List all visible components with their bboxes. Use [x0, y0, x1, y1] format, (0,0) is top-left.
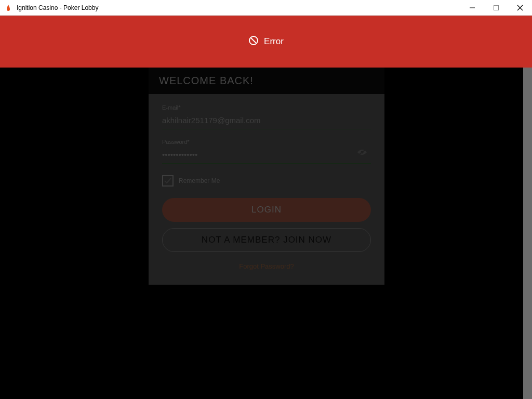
window-title: Ignition Casino - Poker Lobby: [17, 4, 98, 11]
error-banner: Error: [0, 16, 532, 68]
window-titlebar: Ignition Casino - Poker Lobby: [0, 0, 532, 16]
app-icon: [4, 4, 12, 12]
svg-line-11: [251, 37, 257, 43]
no-entry-icon: [248, 35, 259, 48]
close-button[interactable]: [508, 0, 532, 16]
svg-rect-1: [494, 5, 499, 10]
app-content: English poker@ignitioncasino.eu 23:22 WE…: [0, 16, 532, 399]
error-label: Error: [264, 36, 284, 47]
minimize-button[interactable]: [460, 0, 484, 16]
maximize-button[interactable]: [484, 0, 508, 16]
modal-overlay: [0, 16, 532, 399]
